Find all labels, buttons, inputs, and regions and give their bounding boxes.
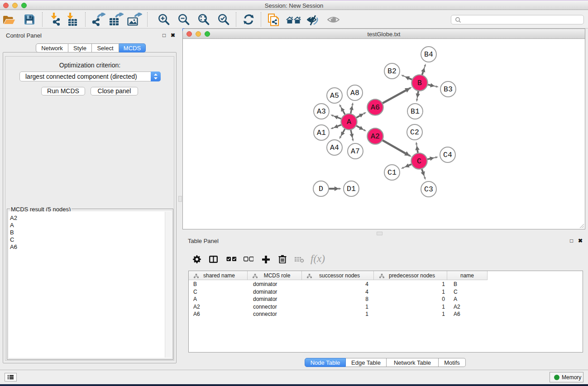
svg-text:C4: C4 <box>443 151 452 159</box>
svg-text:A: A <box>347 118 351 126</box>
svg-text:A3: A3 <box>317 107 326 116</box>
svg-text:A6: A6 <box>371 103 380 112</box>
svg-text:D: D <box>319 185 323 193</box>
svg-text:A7: A7 <box>351 147 360 156</box>
svg-text:C: C <box>417 157 421 166</box>
svg-text:B4: B4 <box>424 50 433 59</box>
svg-text:A4: A4 <box>330 143 339 152</box>
svg-text:B2: B2 <box>387 67 397 76</box>
svg-text:A8: A8 <box>350 89 359 97</box>
svg-text:B3: B3 <box>444 85 453 94</box>
svg-text:C3: C3 <box>424 185 433 194</box>
svg-text:D1: D1 <box>347 185 356 193</box>
svg-text:A5: A5 <box>330 91 339 100</box>
svg-text:C1: C1 <box>387 168 397 177</box>
svg-text:A1: A1 <box>317 129 326 137</box>
svg-text:B1: B1 <box>411 107 420 116</box>
svg-text:B: B <box>417 79 422 87</box>
svg-text:A2: A2 <box>371 132 380 141</box>
svg-text:C2: C2 <box>410 128 419 137</box>
